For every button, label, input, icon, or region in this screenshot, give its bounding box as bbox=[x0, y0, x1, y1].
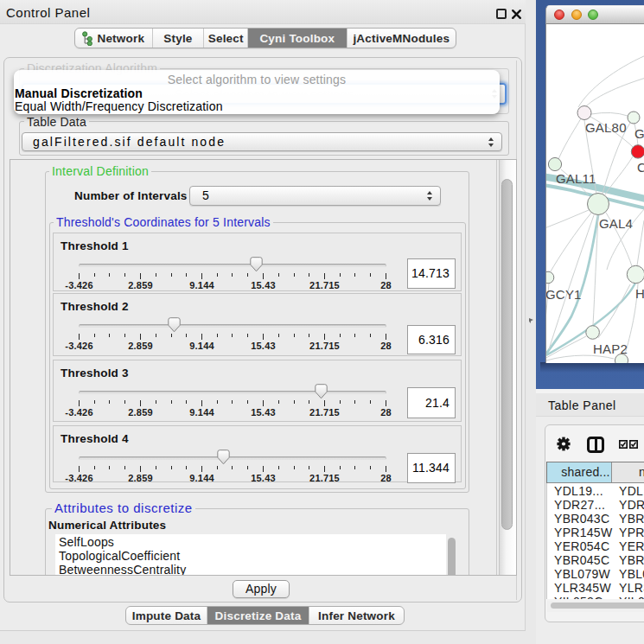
svg-text:GAL11: GAL11 bbox=[556, 171, 596, 186]
svg-text:H: H bbox=[635, 286, 644, 301]
svg-text:GCY1: GCY1 bbox=[546, 287, 582, 302]
svg-text:GA: GA bbox=[634, 126, 644, 141]
svg-text:C: C bbox=[637, 160, 644, 175]
svg-text:GAL80: GAL80 bbox=[585, 120, 627, 135]
svg-text:HAP2: HAP2 bbox=[593, 341, 628, 356]
svg-text:GAL4: GAL4 bbox=[599, 216, 633, 231]
